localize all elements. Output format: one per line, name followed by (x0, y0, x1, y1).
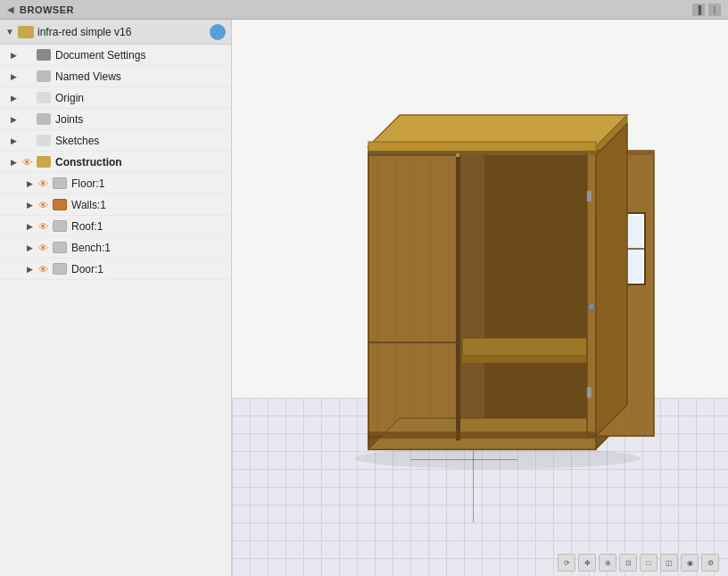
root-expand-arrow[interactable]: ▼ (5, 27, 18, 37)
eye-btn-roof1[interactable]: 👁 (36, 219, 50, 234)
item-icon-joints (37, 113, 51, 125)
item-label-bench1: Bench:1 (71, 242, 111, 254)
item-label-origin: Origin (55, 92, 84, 104)
pan-btn[interactable]: ✥ (578, 554, 596, 572)
svg-rect-38 (587, 387, 592, 398)
expand-btn-construction[interactable]: ▶ (7, 156, 20, 169)
svg-rect-15 (462, 356, 592, 363)
item-label-joints: Joints (55, 113, 83, 126)
panel-collapse-btn[interactable]: ▐ (692, 4, 705, 16)
svg-marker-32 (596, 124, 627, 436)
settings-btn[interactable]: ⚙ (701, 554, 719, 572)
eye-btn-door1[interactable]: 👁 (36, 262, 50, 276)
svg-rect-36 (368, 144, 596, 151)
eye-btn-bench1[interactable]: 👁 (36, 241, 50, 255)
item-icon-doc-settings (37, 49, 51, 61)
viewport: ⟳ ✥ ⊕ ⊡ □ ◫ ◉ ⚙ (232, 20, 728, 576)
item-icon-walls1 (53, 199, 67, 210)
svg-point-0 (355, 448, 641, 469)
svg-rect-35 (368, 432, 596, 439)
expand-btn-origin[interactable]: ▶ (7, 92, 20, 104)
cabin-3d-model (285, 55, 710, 487)
tree-item-door1[interactable]: ▶👁Door:1 (0, 259, 231, 280)
tree-item-construction[interactable]: ▶👁Construction (0, 152, 231, 173)
item-label-roof1: Roof:1 (71, 220, 103, 233)
item-icon-sketches (37, 135, 51, 146)
expand-btn-joints[interactable]: ▶ (7, 113, 20, 126)
item-icon-floor1 (53, 177, 67, 189)
expand-btn-sketches[interactable]: ▶ (7, 135, 20, 147)
zoom-btn[interactable]: ⊕ (599, 554, 616, 572)
viewport-toolbar: ⟳ ✥ ⊕ ⊡ □ ◫ ◉ ⚙ (558, 554, 719, 572)
camera-btn[interactable]: ◉ (681, 554, 699, 572)
svg-rect-30 (456, 155, 460, 440)
item-label-named-views: Named Views (55, 70, 121, 83)
main-layout: ▼ infra-red simple v16 ▶Document Setting… (0, 20, 728, 576)
panel-pin-btn[interactable]: | (708, 4, 721, 16)
tree-item-roof1[interactable]: ▶👁Roof:1 (0, 216, 231, 237)
eye-btn-construction[interactable]: 👁 (20, 155, 34, 169)
svg-point-28 (588, 303, 595, 310)
root-folder-icon (18, 26, 34, 38)
expand-btn-named-views[interactable]: ▶ (7, 70, 20, 83)
item-label-floor1: Floor:1 (71, 177, 104, 190)
tree-item-named-views[interactable]: ▶Named Views (0, 66, 231, 87)
orbit-btn[interactable]: ⟳ (558, 554, 575, 572)
tree-item-floor1[interactable]: ▶👁Floor:1 (0, 173, 231, 194)
root-item[interactable]: ▼ infra-red simple v16 (0, 20, 231, 45)
expand-btn-roof1[interactable]: ▶ (23, 220, 36, 233)
back-icon[interactable]: ◀ (7, 4, 14, 14)
root-eye-btn[interactable] (210, 24, 226, 40)
tree-list: ▶Document Settings▶Named Views▶Origin▶Jo… (0, 45, 231, 576)
item-label-door1: Door:1 (71, 263, 103, 276)
eye-btn-walls1[interactable]: 👁 (36, 198, 50, 212)
expand-btn-walls1[interactable]: ▶ (23, 199, 36, 211)
svg-rect-14 (462, 338, 592, 356)
tree-item-walls1[interactable]: ▶👁Walls:1 (0, 194, 231, 216)
title-bar-controls: ▐ | (692, 4, 721, 16)
section-btn[interactable]: ◫ (660, 554, 678, 572)
browser-panel: ▼ infra-red simple v16 ▶Document Setting… (0, 20, 232, 576)
title-bar: ◀ BROWSER ▐ | (0, 0, 728, 20)
expand-btn-door1[interactable]: ▶ (23, 263, 36, 276)
item-icon-bench1 (53, 242, 67, 253)
svg-rect-37 (587, 191, 592, 202)
tree-item-sketches[interactable]: ▶Sketches (0, 130, 231, 152)
svg-rect-13 (458, 155, 484, 440)
cabin-svg (324, 66, 672, 476)
item-icon-door1 (53, 263, 67, 275)
item-icon-origin (37, 92, 51, 103)
view-btn[interactable]: □ (640, 554, 658, 572)
tree-item-doc-settings[interactable]: ▶Document Settings (0, 45, 231, 66)
item-label-construction: Construction (55, 156, 122, 169)
expand-btn-floor1[interactable]: ▶ (23, 177, 36, 190)
root-label: infra-red simple v16 (37, 26, 206, 38)
expand-btn-doc-settings[interactable]: ▶ (7, 49, 20, 62)
item-icon-named-views (37, 70, 51, 82)
tree-item-origin[interactable]: ▶Origin (0, 87, 231, 109)
fit-btn[interactable]: ⊡ (619, 554, 637, 572)
title-bar-text: BROWSER (20, 4, 74, 15)
expand-btn-bench1[interactable]: ▶ (23, 242, 36, 254)
eye-btn-floor1[interactable]: 👁 (36, 177, 50, 191)
item-label-sketches: Sketches (55, 135, 99, 147)
viewport-canvas: ⟳ ✥ ⊕ ⊡ □ ◫ ◉ ⚙ (232, 20, 728, 576)
item-icon-roof1 (53, 220, 67, 232)
item-label-walls1: Walls:1 (71, 199, 106, 211)
item-label-doc-settings: Document Settings (55, 49, 145, 62)
item-icon-construction (37, 156, 51, 168)
tree-item-joints[interactable]: ▶Joints (0, 109, 231, 130)
tree-item-bench1[interactable]: ▶👁Bench:1 (0, 237, 231, 259)
svg-rect-31 (456, 153, 459, 157)
